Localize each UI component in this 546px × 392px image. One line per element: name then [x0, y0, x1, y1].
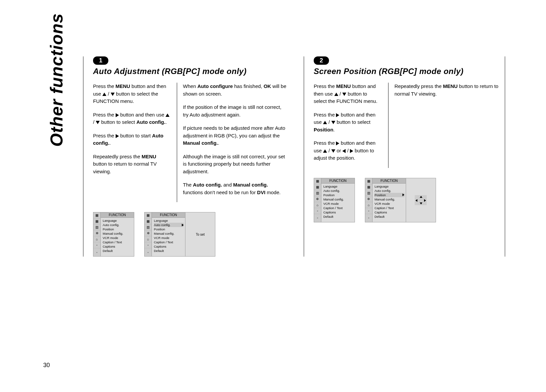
osd-header: FUNCTION	[152, 212, 185, 218]
osd-tab-icon: ▦	[93, 212, 100, 218]
right-icon	[116, 134, 119, 138]
osd-panel-dpad	[406, 178, 436, 222]
s1-r3: If picture needs to be adjusted more aft…	[183, 124, 287, 147]
osd-screenshot-2a: ▦▦▥✲⌂▫▫ FUNCTION Language Auto config. P…	[314, 178, 355, 222]
osd-item: Default	[323, 214, 353, 219]
osd-screenshot-2b: ▦▦▥✲⌂▫▫ FUNCTION Language Auto config. P…	[365, 178, 436, 222]
step-badge-2: 2	[314, 56, 329, 65]
osd-item: Captions	[103, 244, 133, 249]
osd-header: FUNCTION	[321, 178, 355, 184]
section-screen-position: 2 Screen Position (RGB[PC] mode only) Pr…	[307, 56, 502, 257]
section2-col-right: Repeatedly press the MENU button to retu…	[388, 83, 498, 168]
osd-item: Caption / Text	[323, 206, 353, 210]
osd-item: Language	[375, 184, 404, 189]
osd-item: Caption / Text	[154, 240, 184, 244]
osd-row-1: ▦▦▥✲⌂▫▫ FUNCTION Language Auto config. P…	[93, 212, 287, 257]
osd-header: FUNCTION	[101, 212, 134, 218]
down-icon	[342, 93, 346, 96]
osd-item: Manual config.	[375, 197, 404, 201]
right-icon	[336, 141, 339, 145]
up-icon	[165, 114, 169, 117]
osd-item: VCR mode	[154, 236, 184, 240]
osd-item: Auto config.	[103, 223, 133, 227]
osd-item: Captions	[375, 210, 404, 214]
left-icon	[415, 199, 417, 202]
s2-p1: Press the MENU button and then use / but…	[314, 83, 382, 105]
up-icon	[323, 149, 327, 153]
up-icon	[420, 196, 422, 198]
s1-p1: Press the MENU button and then use / but…	[93, 83, 170, 105]
osd-item: Language	[103, 218, 133, 223]
up-icon	[334, 93, 338, 96]
content-area: 1 Auto Adjustment (RGB[PC] mode only) Pr…	[73, 13, 502, 352]
s1-p4: Repeatedly press the MENU button to retu…	[93, 153, 170, 176]
right-icon	[350, 149, 353, 153]
osd-item: Default	[154, 249, 184, 253]
osd-panel-toset: To set	[185, 212, 215, 256]
down-icon	[420, 202, 422, 204]
osd-item: Captions	[154, 244, 184, 249]
right-icon	[424, 199, 426, 202]
osd-item: Language	[323, 184, 353, 189]
osd-item: Position	[154, 227, 184, 231]
dpad-icon	[415, 195, 427, 205]
osd-item-selected: Position	[375, 193, 404, 197]
osd-item: Default	[103, 249, 133, 253]
step-badge-1: 1	[93, 56, 108, 65]
osd-item: VCR mode	[323, 201, 353, 206]
down-icon	[111, 93, 115, 96]
section2-col-left: Press the MENU button and then use / but…	[314, 83, 382, 168]
osd-item: Manual config.	[323, 197, 353, 201]
s1-r1: When Auto configure has finished, OK wil…	[183, 83, 287, 98]
down-icon	[331, 149, 335, 153]
s1-r2: If the position of the image is still no…	[183, 104, 287, 118]
osd-item: Caption / Text	[375, 206, 404, 210]
section-title-1: Auto Adjustment (RGB[PC] mode only)	[93, 67, 287, 76]
sidebar-title: Other functions	[43, 13, 73, 352]
section-auto-adjustment: 1 Auto Adjustment (RGB[PC] mode only) Pr…	[93, 56, 294, 257]
s1-r4: Although the image is still not correct,…	[183, 153, 287, 176]
right-icon	[116, 113, 119, 117]
page-number: 30	[43, 362, 50, 369]
osd-item: Language	[154, 218, 184, 223]
osd-row-2: ▦▦▥✲⌂▫▫ FUNCTION Language Auto config. P…	[314, 178, 498, 222]
osd-menu: FUNCTION Language Auto config. Position …	[101, 212, 134, 256]
down-icon	[331, 121, 335, 124]
section1-col-left: Press the MENU button and then use / but…	[93, 83, 170, 202]
s2-p3: Press the button and then use / or / but…	[314, 139, 382, 162]
osd-item: Position	[323, 193, 353, 197]
s1-p3: Press the button to start Auto config..	[93, 132, 170, 147]
s1-r5: The Auto config. and Manual config. func…	[183, 181, 287, 196]
s2-p2: Press the button and then use / button t…	[314, 111, 382, 134]
right-icon	[182, 224, 184, 226]
osd-item: Position	[103, 227, 133, 231]
up-icon	[323, 121, 327, 124]
down-icon	[96, 121, 100, 124]
osd-item: Manual config.	[103, 231, 133, 236]
right-icon	[336, 113, 339, 117]
s1-p2: Press the button and then use / button t…	[93, 111, 170, 126]
osd-item: VCR mode	[103, 236, 133, 240]
osd-item: Auto config.	[375, 189, 404, 193]
osd-icon-column: ▦▦▥✲⌂▫▫	[93, 212, 101, 256]
up-icon	[102, 93, 106, 96]
section-title-2: Screen Position (RGB[PC] mode only)	[314, 67, 498, 76]
osd-item: Caption / Text	[103, 240, 133, 244]
osd-item: Manual config.	[154, 231, 184, 236]
section1-col-right: When Auto configure has finished, OK wil…	[177, 83, 287, 202]
right-icon	[402, 194, 404, 196]
osd-screenshot-1a: ▦▦▥✲⌂▫▫ FUNCTION Language Auto config. P…	[93, 212, 134, 257]
osd-item: Default	[375, 214, 404, 219]
osd-item: Captions	[323, 210, 353, 214]
osd-header: FUNCTION	[373, 178, 406, 184]
left-icon	[342, 149, 346, 153]
osd-item: VCR mode	[375, 201, 404, 206]
osd-screenshot-1b: ▦▦▥✲⌂▫▫ FUNCTION Language Auto config. P…	[144, 212, 215, 257]
osd-item-selected: Auto config.	[154, 223, 184, 227]
s2-r1: Repeatedly press the MENU button to retu…	[394, 83, 498, 98]
page: Other functions 1 Auto Adjustment (RGB[P…	[43, 13, 502, 352]
osd-item: Auto config.	[323, 189, 353, 193]
